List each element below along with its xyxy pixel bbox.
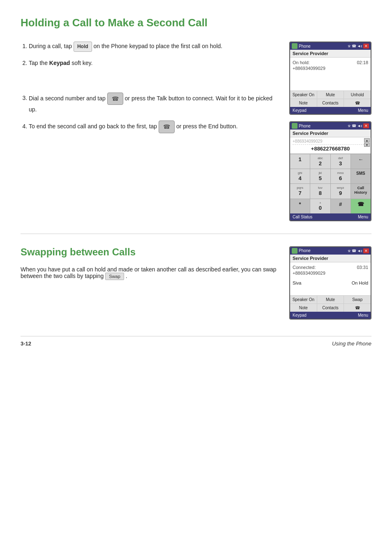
phone1-unhold-btn[interactable]: Unhold <box>344 91 371 99</box>
step-2-bold: Keypad <box>49 60 70 66</box>
key-3[interactable]: def3 <box>331 154 350 169</box>
phone1-speaker-btn[interactable]: Speaker On <box>290 91 317 99</box>
phone3-provider: Service Provider <box>290 255 371 262</box>
step-3: Dial a second number and tap ☎ or press … <box>29 93 277 114</box>
step-2-text-after: soft key. <box>71 60 92 66</box>
key-7[interactable]: pqrs7 <box>290 184 310 198</box>
phone3-icon <box>292 248 297 254</box>
phone3-vol-icon: ◄ε <box>357 249 362 253</box>
key-backspace[interactable]: ← <box>351 154 371 169</box>
page-footer: 3-12 Using the Phone <box>21 336 371 347</box>
call-button-step4-inline: ☎ <box>159 120 175 133</box>
phone3-softbar-right[interactable]: Menu <box>358 313 368 317</box>
phone2-vol-icon: ◄ε <box>357 124 362 128</box>
key-0[interactable]: +0 <box>310 199 330 213</box>
phone3-speaker-btn[interactable]: Speaker On <box>290 296 317 303</box>
key-call[interactable]: ☎ <box>351 199 371 213</box>
phone2-title-left: Phone <box>292 123 311 129</box>
phone1-signals: ※ ☎ ◄ε ✕ <box>348 44 369 49</box>
phone3-buttons-row1: Speaker On Mute Swap <box>290 295 371 303</box>
key-9[interactable]: wxyz9 <box>331 184 350 198</box>
phone1-mute-btn[interactable]: Mute <box>317 91 344 99</box>
second-heading: Swapping between Calls <box>21 246 277 258</box>
key-8[interactable]: tuv8 <box>310 184 330 198</box>
step-3-text-before: Dial a second number and tap <box>29 95 106 101</box>
phone-column-bottom: Phone ※ ☎ ◄ε ✕ Service Provider Connecte… <box>289 246 371 320</box>
phone1-close-button[interactable]: ✕ <box>363 44 369 49</box>
phone3-title: Phone <box>299 248 311 253</box>
phone-screen-3: Phone ※ ☎ ◄ε ✕ Service Provider Connecte… <box>289 246 371 320</box>
phone2-softbar-left[interactable]: Call Status <box>293 215 312 219</box>
phone2-close-button[interactable]: ✕ <box>363 123 369 128</box>
phone-screen-2: Phone ※ ☎ ◄ε ✕ Service Provider +8869340… <box>289 121 371 221</box>
phone2-display: +886934099029 ▲ ▼ +886227668780 <box>290 137 371 154</box>
phone3-mute-btn[interactable]: Mute <box>317 296 344 303</box>
swap-period: . <box>126 273 127 279</box>
phone1-note-btn[interactable]: Note <box>290 99 317 107</box>
phone3-close-button[interactable]: ✕ <box>363 248 369 253</box>
hold-button-inline: Hold <box>74 42 92 52</box>
phone2-signal-icon: ※ <box>348 124 351 128</box>
phone3-signals: ※ ☎ ◄ε ✕ <box>348 248 369 253</box>
phone1-body: On hold: 02:18 +886934099029 <box>290 58 371 90</box>
phone1-call-info: On hold: 02:18 <box>293 60 368 65</box>
phone3-hold-status: On Hold <box>352 280 368 285</box>
key-call-history[interactable]: Call History <box>351 184 371 198</box>
scroll-up-arrow[interactable]: ▲ <box>364 138 370 142</box>
phone1-softbar-right[interactable]: Menu <box>358 108 368 113</box>
step-1-text-before: During a call, tap <box>29 43 72 49</box>
phone1-icon <box>292 43 297 49</box>
main-heading: Holding a Call to Make a Second Call <box>21 16 371 29</box>
phone1-vol-icon: ◄ε <box>357 44 362 48</box>
key-star[interactable]: * <box>290 199 310 213</box>
phone1-titlebar: Phone ※ ☎ ◄ε ✕ <box>290 42 371 50</box>
phone-column-top: Phone ※ ☎ ◄ε ✕ Service Provider On hold:… <box>289 42 371 221</box>
phone3-softbar-left[interactable]: Keypad <box>293 313 307 317</box>
key-4[interactable]: ghi4 <box>290 169 310 183</box>
second-text-column: Swapping between Calls When you have put… <box>21 246 277 320</box>
section-divider <box>21 234 371 234</box>
phone1-signal-icon: ※ <box>348 44 351 48</box>
phone2-softbar-right[interactable]: Menu <box>358 215 368 219</box>
phone2-provider: Service Provider <box>290 130 371 137</box>
key-1[interactable]: 1 <box>290 154 310 169</box>
step-2: Tap the Keypad soft key. <box>29 58 277 67</box>
phone2-call-icon: ☎ <box>352 124 356 128</box>
phone1-softbar-left[interactable]: Keypad <box>293 108 307 113</box>
phone1-call-btn[interactable]: ☎ <box>344 99 371 107</box>
phone3-swap-btn[interactable]: Swap <box>344 296 371 303</box>
phone2-title: Phone <box>299 124 311 128</box>
phone3-note-btn[interactable]: Note <box>290 304 317 312</box>
phone3-contacts-btn[interactable]: Contacts <box>317 304 344 312</box>
key-2[interactable]: abc2 <box>310 154 330 169</box>
section-label: Using the Phone <box>332 341 371 347</box>
key-sms[interactable]: SMS <box>351 169 371 183</box>
phone3-softbar: Keypad Menu <box>290 312 371 319</box>
scroll-down-arrow[interactable]: ▼ <box>364 143 370 147</box>
phone-screen-1: Phone ※ ☎ ◄ε ✕ Service Provider On hold:… <box>289 42 371 115</box>
phone2-current-number: +886227668780 <box>293 146 368 152</box>
phone1-buttons-row1: Speaker On Mute Unhold <box>290 90 371 99</box>
phone3-call-icon: ☎ <box>352 249 356 253</box>
phone3-body: Connected: 03:31 +886934099029 Siva On H… <box>290 262 371 295</box>
steps-list: During a call, tap Hold on the Phone key… <box>21 42 277 133</box>
phone2-softbar: Call Status Menu <box>290 213 371 220</box>
phone3-call-btn[interactable]: ☎ <box>344 304 371 312</box>
second-section-layout: Swapping between Calls When you have put… <box>21 246 371 320</box>
phone2-icon <box>292 123 297 129</box>
page-number: 3-12 <box>21 341 31 347</box>
phone1-timer: 02:18 <box>357 60 368 65</box>
key-5[interactable]: jkl5 <box>310 169 330 183</box>
phone2-signals: ※ ☎ ◄ε ✕ <box>348 123 369 128</box>
step-4-text-before: To end the second call and go back to th… <box>29 123 157 130</box>
swap-button-inline: Swap <box>105 273 124 280</box>
phone1-buttons-row2: Note Contacts ☎ <box>290 99 371 107</box>
phone3-connected-label: Connected: <box>293 265 316 270</box>
phone3-titlebar: Phone ※ ☎ ◄ε ✕ <box>290 247 371 255</box>
swap-paragraph: When you have put a call on hold and mad… <box>21 266 277 280</box>
phone1-contacts-btn[interactable]: Contacts <box>317 99 344 107</box>
key-hash[interactable]: # <box>331 199 350 213</box>
step-1-text-after: on the Phone keypad to place the first c… <box>94 43 223 49</box>
step-1: During a call, tap Hold on the Phone key… <box>29 42 277 52</box>
key-6[interactable]: mno6 <box>331 169 350 183</box>
